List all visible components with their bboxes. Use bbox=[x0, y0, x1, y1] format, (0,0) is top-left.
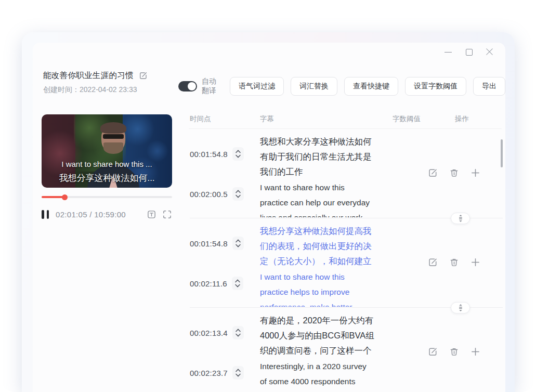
document-title: 能改善你职业生涯的习惯 bbox=[43, 70, 134, 81]
delete-row-icon[interactable] bbox=[449, 168, 459, 178]
timestamp-stepper[interactable] bbox=[232, 237, 244, 250]
subtitle-row: 00:01:54.8 我想和大家分享这种做法如何 有助于我们的日常生活尤其是 我… bbox=[33, 129, 505, 218]
edit-row-icon[interactable] bbox=[428, 257, 438, 267]
timestamp-stepper[interactable] bbox=[232, 326, 244, 339]
word-threshold-button[interactable]: 设置字数阈值 bbox=[405, 77, 466, 96]
add-row-icon[interactable] bbox=[470, 168, 480, 178]
edit-row-icon[interactable] bbox=[428, 168, 438, 178]
delete-row-icon[interactable] bbox=[449, 257, 459, 267]
merge-rows-handle[interactable] bbox=[451, 213, 470, 224]
col-header-subtitle: 字幕 bbox=[260, 114, 274, 124]
source-timestamp: 00:01:54.8 bbox=[190, 150, 228, 159]
screenshot-canvas: 能改善你职业生涯的习惯 创建时间：2022-04-02 23:33 自动翻译 语… bbox=[0, 0, 536, 392]
add-row-icon[interactable] bbox=[470, 257, 480, 267]
minimize-button[interactable] bbox=[444, 48, 452, 56]
auto-translate-label: 自动翻译 bbox=[202, 77, 219, 96]
subtitle-source-text[interactable]: 我想分享这种做法如何提高我 们的表现，如何做出更好的决 定（无论大小），和如何建… bbox=[260, 224, 391, 267]
timestamp-stepper[interactable] bbox=[232, 277, 243, 290]
subtitle-target-text[interactable]: I want to share how this practice can he… bbox=[260, 180, 391, 217]
target-timestamp: 00:02:23.7 bbox=[190, 369, 228, 377]
edit-row-icon[interactable] bbox=[428, 347, 438, 357]
col-header-threshold: 字数阈值 bbox=[393, 114, 421, 124]
subtitle-row: 00:02:13.4 有趣的是，2020年一份大约有 4000人参与的由BCG和… bbox=[33, 308, 505, 392]
add-row-icon[interactable] bbox=[470, 347, 480, 357]
timestamp-stepper[interactable] bbox=[232, 147, 244, 161]
timestamp-stepper[interactable] bbox=[232, 187, 244, 201]
merge-rows-handle[interactable] bbox=[451, 302, 470, 313]
subtitle-target-text[interactable]: I want to share how this practice helps … bbox=[260, 269, 391, 307]
subtitle-source-text[interactable]: 我想和大家分享这种做法如何 有助于我们的日常生活尤其是 我们的工作 bbox=[260, 134, 391, 178]
window-controls bbox=[444, 47, 494, 57]
col-header-operations: 操作 bbox=[455, 114, 469, 124]
source-timestamp: 00:01:54.8 bbox=[190, 239, 228, 248]
vocab-replace-button[interactable]: 词汇替换 bbox=[291, 77, 337, 96]
created-time: 创建时间：2022-04-02 23:33 bbox=[43, 85, 148, 95]
app-window: 能改善你职业生涯的习惯 创建时间：2022-04-02 23:33 自动翻译 语… bbox=[33, 43, 505, 392]
subtitle-row: 00:01:54.8 我想分享这种做法如何提高我 们的表现，如何做出更好的决 定… bbox=[33, 218, 505, 308]
toggle-knob bbox=[188, 82, 196, 90]
col-header-time: 时间点 bbox=[190, 114, 211, 124]
edit-title-icon[interactable] bbox=[139, 71, 148, 80]
target-timestamp: 00:02:11.6 bbox=[190, 279, 227, 288]
filler-words-filter-button[interactable]: 语气词过滤 bbox=[230, 77, 284, 96]
maximize-button[interactable] bbox=[465, 48, 473, 56]
scrollbar-thumb[interactable] bbox=[501, 139, 503, 167]
source-timestamp: 00:02:13.4 bbox=[190, 329, 228, 337]
subtitle-list: 00:01:54.8 我想和大家分享这种做法如何 有助于我们的日常生活尤其是 我… bbox=[33, 129, 505, 392]
shortcuts-button[interactable]: 查看快捷键 bbox=[344, 77, 398, 96]
close-button[interactable] bbox=[486, 48, 494, 56]
document-header: 能改善你职业生涯的习惯 创建时间：2022-04-02 23:33 bbox=[43, 70, 148, 95]
target-timestamp: 00:02:00.5 bbox=[190, 190, 228, 199]
subtitle-target-text[interactable]: Interestingly, in a 2020 survey of some … bbox=[260, 359, 391, 392]
export-button[interactable]: 导出 bbox=[473, 77, 505, 96]
delete-row-icon[interactable] bbox=[449, 347, 459, 357]
auto-translate-toggle[interactable] bbox=[178, 81, 197, 92]
timestamp-stepper[interactable] bbox=[232, 366, 244, 380]
subtitle-source-text[interactable]: 有趣的是，2020年一份大约有 4000人参与的由BCG和BVA组 织的调查问卷… bbox=[260, 313, 391, 357]
toolbar: 自动翻译 语气词过滤 词汇替换 查看快捷键 设置字数阈值 导出 bbox=[178, 77, 505, 96]
